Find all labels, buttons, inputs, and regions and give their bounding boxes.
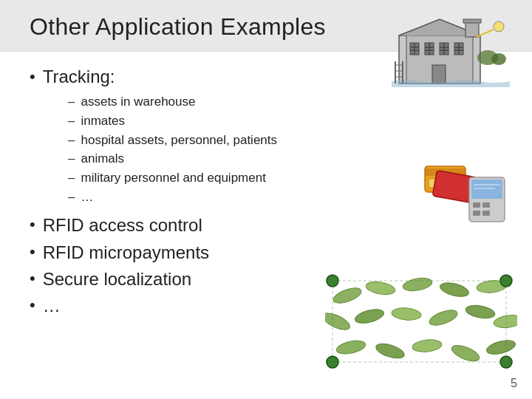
- svg-point-57: [449, 342, 481, 364]
- svg-rect-21: [463, 19, 481, 23]
- tracking-bullet: • Tracking:: [30, 65, 502, 89]
- sub-text-0: assets in warehouse: [81, 93, 195, 112]
- tracking-sub-list: – assets in warehouse – inmates – hospit…: [68, 93, 502, 206]
- dash-0: –: [68, 93, 75, 112]
- bullet-rfid-access: • RFID access control: [30, 214, 502, 237]
- sub-text-4: military personnel and equipment: [81, 169, 265, 188]
- rfid-access-label: RFID access control: [43, 214, 202, 237]
- sub-item-5: – …: [68, 188, 502, 207]
- bullet-rfid-micro: • RFID micropayments: [30, 241, 502, 265]
- sub-text-5: …: [81, 188, 93, 207]
- content-area: • Tracking: – assets in warehouse – inma…: [0, 52, 532, 329]
- sub-item-3: – animals: [68, 150, 502, 168]
- rfid-micro-label: RFID micropayments: [43, 241, 209, 265]
- dash-1: –: [68, 112, 75, 131]
- svg-point-56: [412, 338, 442, 353]
- sub-item-0: – assets in warehouse: [68, 93, 502, 112]
- dash-2: –: [68, 132, 75, 150]
- sub-text-1: inmates: [81, 112, 125, 131]
- sub-item-2: – hospital assets, personnel, patients: [68, 132, 502, 150]
- etc-label: …: [43, 294, 61, 318]
- svg-point-58: [485, 338, 517, 357]
- bullet-etc: • …: [30, 294, 502, 318]
- secure-loc-label: Secure localization: [43, 267, 191, 291]
- bullet-dot-rfid-micro: •: [30, 241, 35, 263]
- bullet-dot-rfid-access: •: [30, 214, 35, 236]
- sub-text-2: hospital assets, personnel, patients: [81, 132, 277, 150]
- bullet-dot-tracking: •: [30, 66, 35, 88]
- sub-item-1: – inmates: [68, 112, 502, 131]
- tracking-label: Tracking:: [43, 65, 115, 89]
- svg-point-22: [494, 21, 504, 32]
- svg-point-55: [375, 341, 406, 361]
- bullet-dot-secure-loc: •: [30, 267, 35, 290]
- bullets-bottom: • RFID access control • RFID micropaymen…: [30, 214, 502, 318]
- sub-item-4: – military personnel and equipment: [68, 169, 502, 188]
- dash-4: –: [68, 169, 75, 188]
- dash-5: –: [68, 188, 75, 207]
- slide: Other Application Examples: [0, 0, 532, 399]
- page-number: 5: [511, 377, 517, 390]
- bullet-dot-etc: •: [30, 294, 35, 316]
- svg-point-54: [335, 338, 366, 356]
- sub-text-3: animals: [81, 150, 124, 168]
- dash-3: –: [68, 150, 75, 168]
- slide-title: Other Application Examples: [30, 13, 326, 40]
- bullet-secure-loc: • Secure localization: [30, 267, 502, 291]
